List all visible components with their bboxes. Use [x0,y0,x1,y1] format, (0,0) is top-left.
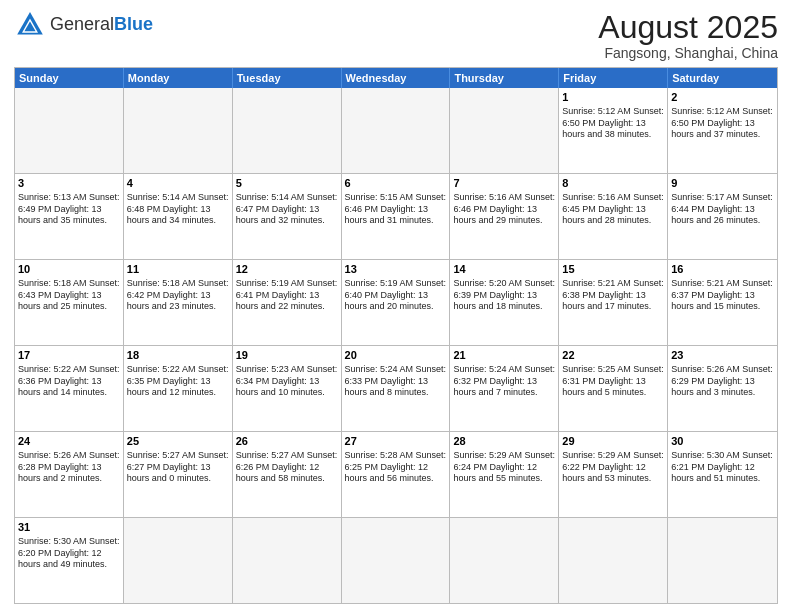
day-number: 7 [453,176,555,191]
day-number: 8 [562,176,664,191]
calendar-cell: 3Sunrise: 5:13 AM Sunset: 6:49 PM Daylig… [15,174,124,259]
day-info: Sunrise: 5:17 AM Sunset: 6:44 PM Dayligh… [671,192,774,227]
day-info: Sunrise: 5:18 AM Sunset: 6:42 PM Dayligh… [127,278,229,313]
day-info: Sunrise: 5:19 AM Sunset: 6:40 PM Dayligh… [345,278,447,313]
day-info: Sunrise: 5:21 AM Sunset: 6:38 PM Dayligh… [562,278,664,313]
calendar-cell: 2Sunrise: 5:12 AM Sunset: 6:50 PM Daylig… [668,88,777,173]
header-monday: Monday [124,68,233,88]
calendar-body: 1Sunrise: 5:12 AM Sunset: 6:50 PM Daylig… [15,88,777,603]
calendar-cell: 10Sunrise: 5:18 AM Sunset: 6:43 PM Dayli… [15,260,124,345]
calendar-cell: 19Sunrise: 5:23 AM Sunset: 6:34 PM Dayli… [233,346,342,431]
day-info: Sunrise: 5:12 AM Sunset: 6:50 PM Dayligh… [562,106,664,141]
day-number: 12 [236,262,338,277]
calendar-title: August 2025 [598,10,778,45]
calendar-row: 1Sunrise: 5:12 AM Sunset: 6:50 PM Daylig… [15,88,777,173]
day-number: 17 [18,348,120,363]
day-info: Sunrise: 5:13 AM Sunset: 6:49 PM Dayligh… [18,192,120,227]
header-saturday: Saturday [668,68,777,88]
day-info: Sunrise: 5:27 AM Sunset: 6:27 PM Dayligh… [127,450,229,485]
day-number: 10 [18,262,120,277]
calendar-cell [668,518,777,603]
day-number: 13 [345,262,447,277]
calendar-cell: 30Sunrise: 5:30 AM Sunset: 6:21 PM Dayli… [668,432,777,517]
calendar-cell [450,518,559,603]
day-info: Sunrise: 5:26 AM Sunset: 6:28 PM Dayligh… [18,450,120,485]
logo-icon [14,10,46,38]
header-sunday: Sunday [15,68,124,88]
calendar-cell [15,88,124,173]
calendar-cell: 17Sunrise: 5:22 AM Sunset: 6:36 PM Dayli… [15,346,124,431]
day-info: Sunrise: 5:27 AM Sunset: 6:26 PM Dayligh… [236,450,338,485]
calendar-cell: 21Sunrise: 5:24 AM Sunset: 6:32 PM Dayli… [450,346,559,431]
day-number: 30 [671,434,774,449]
day-info: Sunrise: 5:29 AM Sunset: 6:22 PM Dayligh… [562,450,664,485]
day-info: Sunrise: 5:12 AM Sunset: 6:50 PM Dayligh… [671,106,774,141]
calendar-cell: 31Sunrise: 5:30 AM Sunset: 6:20 PM Dayli… [15,518,124,603]
day-number: 19 [236,348,338,363]
calendar-row: 24Sunrise: 5:26 AM Sunset: 6:28 PM Dayli… [15,431,777,517]
header-tuesday: Tuesday [233,68,342,88]
day-number: 6 [345,176,447,191]
calendar-cell: 16Sunrise: 5:21 AM Sunset: 6:37 PM Dayli… [668,260,777,345]
day-info: Sunrise: 5:24 AM Sunset: 6:33 PM Dayligh… [345,364,447,399]
day-number: 22 [562,348,664,363]
day-info: Sunrise: 5:25 AM Sunset: 6:31 PM Dayligh… [562,364,664,399]
header-friday: Friday [559,68,668,88]
day-number: 27 [345,434,447,449]
day-number: 21 [453,348,555,363]
day-info: Sunrise: 5:14 AM Sunset: 6:48 PM Dayligh… [127,192,229,227]
logo: GeneralBlue [14,10,153,38]
calendar-cell [342,518,451,603]
calendar-cell: 23Sunrise: 5:26 AM Sunset: 6:29 PM Dayli… [668,346,777,431]
header-thursday: Thursday [450,68,559,88]
calendar-row: 10Sunrise: 5:18 AM Sunset: 6:43 PM Dayli… [15,259,777,345]
day-info: Sunrise: 5:16 AM Sunset: 6:46 PM Dayligh… [453,192,555,227]
calendar-cell: 1Sunrise: 5:12 AM Sunset: 6:50 PM Daylig… [559,88,668,173]
day-number: 4 [127,176,229,191]
day-info: Sunrise: 5:20 AM Sunset: 6:39 PM Dayligh… [453,278,555,313]
calendar-cell [559,518,668,603]
day-number: 26 [236,434,338,449]
day-number: 23 [671,348,774,363]
calendar-header: Sunday Monday Tuesday Wednesday Thursday… [15,68,777,88]
calendar-cell: 18Sunrise: 5:22 AM Sunset: 6:35 PM Dayli… [124,346,233,431]
day-info: Sunrise: 5:22 AM Sunset: 6:36 PM Dayligh… [18,364,120,399]
day-number: 25 [127,434,229,449]
day-number: 29 [562,434,664,449]
calendar-cell [342,88,451,173]
calendar-cell: 14Sunrise: 5:20 AM Sunset: 6:39 PM Dayli… [450,260,559,345]
day-number: 3 [18,176,120,191]
day-number: 20 [345,348,447,363]
calendar-cell: 8Sunrise: 5:16 AM Sunset: 6:45 PM Daylig… [559,174,668,259]
calendar-cell: 22Sunrise: 5:25 AM Sunset: 6:31 PM Dayli… [559,346,668,431]
calendar-cell: 27Sunrise: 5:28 AM Sunset: 6:25 PM Dayli… [342,432,451,517]
calendar-cell: 12Sunrise: 5:19 AM Sunset: 6:41 PM Dayli… [233,260,342,345]
header-wednesday: Wednesday [342,68,451,88]
calendar-cell: 11Sunrise: 5:18 AM Sunset: 6:42 PM Dayli… [124,260,233,345]
day-info: Sunrise: 5:30 AM Sunset: 6:20 PM Dayligh… [18,536,120,571]
calendar-cell: 28Sunrise: 5:29 AM Sunset: 6:24 PM Dayli… [450,432,559,517]
calendar-cell [233,518,342,603]
day-info: Sunrise: 5:26 AM Sunset: 6:29 PM Dayligh… [671,364,774,399]
calendar-cell: 13Sunrise: 5:19 AM Sunset: 6:40 PM Dayli… [342,260,451,345]
day-number: 1 [562,90,664,105]
day-number: 15 [562,262,664,277]
calendar-row: 3Sunrise: 5:13 AM Sunset: 6:49 PM Daylig… [15,173,777,259]
day-number: 11 [127,262,229,277]
calendar-cell: 6Sunrise: 5:15 AM Sunset: 6:46 PM Daylig… [342,174,451,259]
day-number: 5 [236,176,338,191]
calendar-cell: 24Sunrise: 5:26 AM Sunset: 6:28 PM Dayli… [15,432,124,517]
calendar-cell [233,88,342,173]
day-number: 9 [671,176,774,191]
day-info: Sunrise: 5:24 AM Sunset: 6:32 PM Dayligh… [453,364,555,399]
logo-text: GeneralBlue [50,15,153,34]
calendar-cell: 15Sunrise: 5:21 AM Sunset: 6:38 PM Dayli… [559,260,668,345]
day-info: Sunrise: 5:30 AM Sunset: 6:21 PM Dayligh… [671,450,774,485]
calendar: Sunday Monday Tuesday Wednesday Thursday… [14,67,778,604]
day-info: Sunrise: 5:19 AM Sunset: 6:41 PM Dayligh… [236,278,338,313]
page-header: GeneralBlue August 2025 Fangsong, Shangh… [14,10,778,61]
calendar-row: 17Sunrise: 5:22 AM Sunset: 6:36 PM Dayli… [15,345,777,431]
calendar-cell: 29Sunrise: 5:29 AM Sunset: 6:22 PM Dayli… [559,432,668,517]
day-number: 18 [127,348,229,363]
day-number: 2 [671,90,774,105]
